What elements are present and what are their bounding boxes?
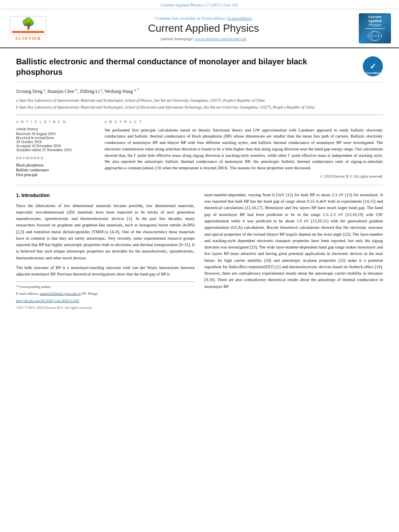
journal-center: Contents lists available at ScienceDirec… [52, 16, 355, 41]
issn-line: 1567-1739/© 2016 Elsevier B.V. All right… [16, 305, 195, 311]
science-direct-link[interactable]: ScienceDirect [227, 16, 252, 21]
intro-section-title: 1. Introduction [16, 192, 195, 199]
received-revised-label: Received in revised form [16, 136, 97, 140]
history-label: Article history: [16, 127, 97, 131]
affiliation-a: a State Key Laboratory of Optoelectronic… [16, 98, 383, 103]
article-paper: Ballistic electronic and thermal conduct… [0, 48, 399, 320]
top-bar: Current Applied Physics 17 (2017) 214–22… [0, 0, 399, 9]
email-link[interactable]: wangwf2@mail.sysu.edu.cn [39, 292, 80, 296]
article-info-head: A R T I C L E I N F O [16, 120, 97, 124]
science-direct-text: Contents lists available at ScienceDirec… [52, 16, 355, 21]
received-date: Received 18 August 2016 [16, 132, 97, 136]
body-section: 1. Introduction Since the fabrications o… [16, 192, 383, 312]
available-online: Available online 25 November 2016 [16, 148, 97, 152]
email-name: (W. Wang). [82, 292, 98, 296]
journal-header: 🌳 ELSEVIER Contents lists available at S… [0, 9, 399, 48]
copyright: © 2016 Elsevier B.V. All rights reserved… [105, 175, 383, 179]
abstract-head: A B S T R A C T [105, 120, 383, 124]
svg-text:✓: ✓ [370, 62, 376, 71]
abstract-section: A B S T R A C T We performed first princ… [105, 120, 383, 179]
doi-link[interactable]: http://dx.doi.org/10.1016/j.cap.2016.11.… [16, 299, 79, 303]
crossmark-badge: ✓ CrossMark [363, 56, 383, 76]
history-block: Article history: Received 18 August 2016… [16, 127, 97, 152]
affiliation-b: b State Key Laboratory of Optoelectronic… [16, 105, 383, 110]
doi-line: http://dx.doi.org/10.1016/j.cap.2016.11.… [16, 298, 195, 304]
journal-citation: Current Applied Physics 17 (2017) 214–22… [160, 2, 239, 7]
elsevier-text: ELSEVIER [15, 36, 41, 41]
svg-text:CrossMark: CrossMark [366, 72, 380, 74]
keywords-block: Keywords: Black phosphorus Ballistic con… [16, 156, 97, 177]
homepage-link[interactable]: www.elsevier.com/locate/cap [195, 36, 247, 41]
info-abstract-section: A R T I C L E I N F O Article history: R… [16, 115, 383, 179]
authors-line: Zexiang Deng a, Huanjun Chen b, Zhibing … [16, 87, 383, 95]
affiliations: a State Key Laboratory of Optoelectronic… [16, 98, 383, 111]
crossmark-svg: ✓ CrossMark [363, 56, 383, 76]
cover-graphic [367, 30, 383, 42]
footnote-email: E-mail address: wangwf2@mail.sysu.edu.cn… [16, 291, 195, 297]
footnote-area: * Corresponding author. E-mail address: … [16, 281, 195, 311]
right-col-para-1: layer-number-dependent, varying from 0.1… [204, 192, 383, 290]
keyword-3: First principle [16, 173, 97, 177]
abstract-text: We performed first principle calculation… [105, 127, 383, 171]
orange-bar [12, 31, 44, 33]
intro-para-2: The bulk structure of BP is a monolayer-… [16, 265, 195, 278]
accepted-date: Accepted 24 November 2016 [16, 144, 97, 148]
elsevier-logo: 🌳 ELSEVIER [8, 16, 48, 41]
journal-title: Current Applied Physics [52, 22, 355, 35]
article-info: A R T I C L E I N F O Article history: R… [16, 120, 97, 179]
body-right-col: layer-number-dependent, varying from 0.1… [204, 192, 383, 312]
article-title-section: Ballistic electronic and thermal conduct… [16, 56, 383, 82]
keyword-1: Black phosphorus [16, 163, 97, 167]
journal-cover-logo: Current Applied Physics [359, 13, 391, 43]
section-divider [16, 185, 383, 185]
footnote-corresponding: * Corresponding author. [16, 284, 195, 290]
keywords-head: Keywords: [16, 156, 97, 160]
intro-para-1: Since the fabrications of low dimensiona… [16, 203, 195, 261]
keyword-2: Ballistic conductance [16, 168, 97, 172]
homepage-line: journal homepage: www.elsevier.com/locat… [52, 36, 355, 41]
body-left-col: 1. Introduction Since the fabrications o… [16, 192, 195, 312]
crossmark-circle: ✓ CrossMark [363, 56, 383, 76]
article-title: Ballistic electronic and thermal conduct… [16, 56, 355, 77]
tree-icon: 🌳 [21, 18, 35, 29]
email-label: E-mail address: [16, 292, 39, 296]
received-revised-date: 30 October 2016 [16, 140, 97, 144]
